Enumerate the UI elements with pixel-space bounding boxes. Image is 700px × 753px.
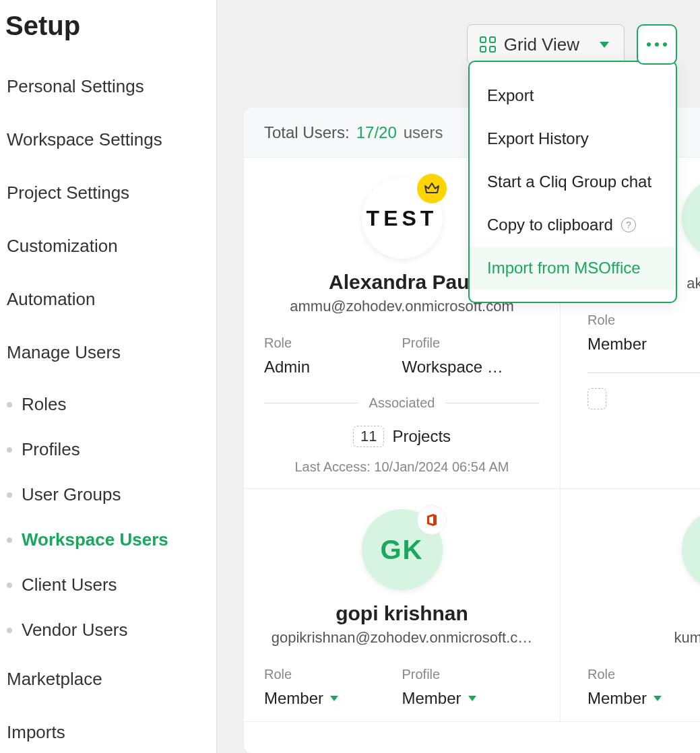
bullet-icon [7, 402, 12, 407]
sidebar-item-roles[interactable]: Roles [5, 382, 216, 427]
menu-item-label: Export History [487, 129, 589, 148]
sidebar: Setup Personal Settings Workspace Settin… [0, 0, 217, 753]
sidebar-item-profiles[interactable]: Profiles [5, 427, 216, 472]
menu-item-label: Import from MSOffice [487, 259, 641, 277]
avatar-wrap: TEST [362, 178, 443, 259]
sidebar-item-project-settings[interactable]: Project Settings [5, 166, 216, 220]
projects-row[interactable] [587, 388, 606, 410]
total-users-label: Total Users: [264, 123, 350, 142]
user-meta: Role Admin Profile Workspace … [264, 335, 540, 376]
sidebar-item-marketplace[interactable]: Marketplace [5, 653, 216, 706]
avatar-wrap [682, 509, 701, 590]
role-label: Role [264, 335, 402, 351]
bullet-icon [7, 447, 12, 453]
sidebar-item-label: Client Users [22, 575, 117, 595]
role-label: Role [587, 313, 700, 328]
avatar [682, 509, 701, 590]
menu-copy-clipboard[interactable]: Copy to clipboard ? [470, 203, 676, 247]
projects-count-badge [587, 388, 606, 410]
user-email: ak@zohoc [687, 275, 700, 292]
avatar [682, 178, 701, 259]
chevron-down-icon [600, 42, 609, 48]
menu-export-history[interactable]: Export History [470, 117, 676, 160]
view-selector-label: Grid View [504, 34, 579, 55]
associated-label: Associated [369, 395, 435, 411]
sidebar-item-label: Vendor Users [22, 620, 128, 641]
menu-item-label: Copy to clipboard [487, 216, 613, 234]
associated-divider [587, 372, 700, 373]
role-dropdown[interactable]: Member [587, 689, 662, 708]
toolbar: Grid View [217, 24, 700, 65]
user-meta: Role Member Profile Member [264, 667, 540, 708]
role-value: Member [587, 335, 647, 354]
menu-item-label: Start a Cliq Group chat [487, 172, 651, 191]
view-selector[interactable]: Grid View [467, 24, 625, 65]
office-badge-icon [417, 505, 447, 535]
chevron-down-icon [468, 696, 476, 701]
total-users-count: 17/20 [356, 123, 397, 142]
more-actions-menu: Export Export History Start a Cliq Group… [468, 61, 677, 303]
more-actions-button[interactable] [637, 24, 677, 65]
projects-label: Projects [392, 427, 451, 446]
user-card[interactable]: GK gopi krishnan gopikrishnan@zohodev.on… [244, 489, 561, 722]
bullet-icon [7, 628, 12, 633]
crown-badge-icon [417, 174, 447, 203]
bullet-icon [7, 492, 12, 498]
bullet-icon [7, 537, 12, 543]
sidebar-item-label: Workspace Users [22, 529, 168, 550]
sidebar-item-label: User Groups [22, 484, 121, 505]
role-label: Role [587, 667, 700, 682]
user-meta: Role Member [587, 667, 700, 708]
avatar-wrap: GK [362, 509, 443, 590]
user-name: gopi krishnan [336, 602, 468, 625]
sidebar-item-manage-users[interactable]: Manage Users [5, 326, 216, 379]
bullet-icon [7, 583, 12, 588]
profile-label: Profile [402, 667, 540, 682]
sidebar-item-vendor-users[interactable]: Vendor Users [5, 608, 216, 653]
menu-item-label: Export [487, 86, 534, 105]
profile-dropdown[interactable]: Member [402, 689, 476, 708]
user-name: Alexandra Paul [329, 271, 475, 294]
manage-users-sublist: Roles Profiles User Groups Workspace Use… [5, 382, 216, 653]
profile-value: Member [402, 689, 462, 708]
sidebar-item-workspace-settings[interactable]: Workspace Settings [5, 113, 216, 166]
sidebar-item-client-users[interactable]: Client Users [5, 562, 216, 608]
user-meta: Role Member [587, 313, 700, 354]
sidebar-item-automation[interactable]: Automation [5, 273, 216, 326]
role-value: Admin [264, 358, 310, 376]
help-icon[interactable]: ? [621, 218, 636, 232]
profile-label: Profile [402, 335, 540, 351]
main: Grid View Export Export History Start a … [217, 0, 700, 753]
role-value: Member [587, 689, 647, 708]
user-email: kumaran.j@zo [674, 629, 700, 647]
total-users-suffix: users [404, 123, 443, 142]
chevron-down-icon [330, 696, 338, 701]
sidebar-item-imports[interactable]: Imports [5, 706, 216, 753]
user-email: gopikrishnan@zohodev.onmicrosoft.c… [272, 629, 533, 647]
profile-value: Workspace … [402, 358, 503, 376]
menu-start-cliq-chat[interactable]: Start a Cliq Group chat [470, 160, 676, 203]
sidebar-item-workspace-users[interactable]: Workspace Users [5, 517, 216, 562]
sidebar-item-customization[interactable]: Customization [5, 220, 216, 273]
last-access: Last Access: 10/Jan/2024 06:54 AM [295, 459, 509, 475]
sidebar-item-personal-settings[interactable]: Personal Settings [5, 60, 216, 113]
associated-divider: Associated [264, 395, 540, 411]
avatar-wrap [682, 178, 701, 259]
sidebar-item-label: Profiles [22, 439, 80, 460]
projects-row[interactable]: 11 Projects [353, 426, 451, 447]
projects-count-badge: 11 [353, 426, 384, 447]
grid-icon [480, 36, 496, 53]
role-dropdown[interactable]: Member [264, 689, 338, 708]
role-value: Member [264, 689, 323, 708]
sidebar-item-label: Roles [22, 394, 66, 415]
user-card[interactable]: K kumaran.j@zo Role Member [561, 489, 700, 722]
role-label: Role [264, 667, 402, 682]
sidebar-item-user-groups[interactable]: User Groups [5, 472, 216, 517]
chevron-down-icon [654, 696, 662, 701]
menu-export[interactable]: Export [470, 74, 676, 117]
menu-import-msoffice[interactable]: Import from MSOffice [470, 247, 676, 290]
page-title: Setup [5, 11, 216, 41]
